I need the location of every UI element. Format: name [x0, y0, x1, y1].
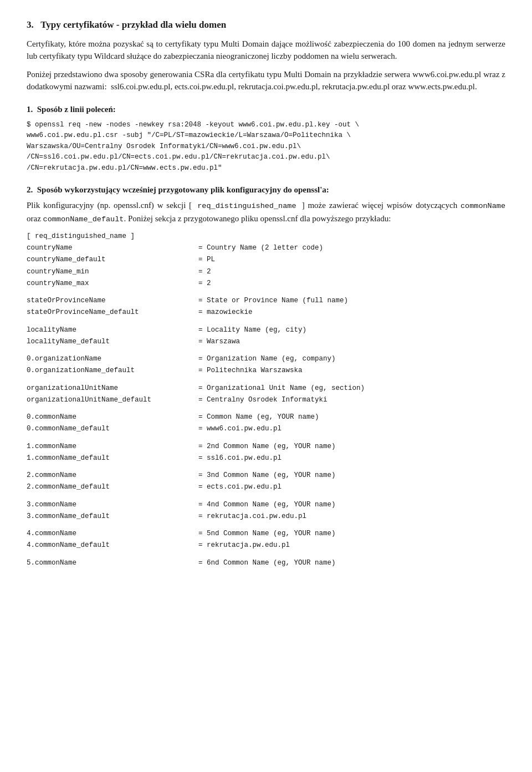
config-val-8: = Locality Name (eg, city) — [198, 324, 306, 336]
method2-intro-text3: oraz — [27, 214, 41, 223]
config-row-23: 2.commonName= 3nd Common Name (eg, YOUR … — [27, 470, 505, 481]
config-spacer-19 — [27, 435, 505, 441]
config-row-32: 5.commonName= 6nd Common Name (eg, YOUR … — [27, 557, 505, 569]
method1-heading: 1. Sposób z linii poleceń: — [27, 103, 505, 116]
config-val-1: = PL — [198, 254, 215, 266]
config-row-15: organizationalUnitName_default= Centraln… — [27, 394, 505, 406]
intro-para-2: Poniżej przedstawiono dwa sposoby genero… — [27, 68, 505, 93]
config-key-5: stateOrProvinceName — [27, 295, 198, 307]
config-row-30: 4.commonName_default= rekrutacja.pw.edu.… — [27, 540, 505, 551]
config-key-12: 0.organizationName_default — [27, 365, 198, 377]
config-key-2: countryName_min — [27, 266, 198, 278]
config-row-12: 0.organizationName_default= Politechnika… — [27, 365, 505, 377]
config-key-26: 3.commonName — [27, 499, 198, 511]
config-row-9: localityName_default= Warszawa — [27, 336, 505, 348]
config-val-6: = mazowieckie — [198, 307, 253, 318]
config-val-5: = State or Province Name (full name) — [198, 295, 348, 307]
config-val-24: = ects.coi.pw.edu.pl — [198, 481, 282, 493]
config-val-32: = 6nd Common Name (eg, YOUR name) — [198, 557, 336, 569]
config-val-12: = Politechnika Warszawska — [198, 365, 303, 377]
config-row-3: countryName_max= 2 — [27, 278, 505, 290]
config-row-20: 1.commonName= 2nd Common Name (eg, YOUR … — [27, 441, 505, 453]
config-row-24: 2.commonName_default= ects.coi.pw.edu.pl — [27, 481, 505, 493]
method2-heading-text: 2. Sposób wykorzystujący wcześniej przyg… — [27, 185, 329, 194]
method1-heading-text: 1. Sposób z linii poleceń: — [27, 105, 116, 114]
method2-intro-text1: Plik konfiguracyjny (np. openssl.cnf) w … — [27, 201, 192, 210]
section-title: Typy certyfikatów - przykład dla wielu d… — [40, 19, 226, 30]
method2-heading: 2. Sposób wykorzystujący wcześniej przyg… — [27, 184, 505, 196]
config-spacer-4 — [27, 290, 505, 295]
config-key-3: countryName_max — [27, 278, 198, 290]
method2-intro: Plik konfiguracyjny (np. openssl.cnf) w … — [27, 199, 505, 225]
config-spacer-28 — [27, 522, 505, 528]
config-val-15: = Centralny Osrodek Informatyki — [198, 394, 328, 406]
config-key-9: localityName_default — [27, 336, 198, 348]
intro-text-1: Certyfikaty, które można pozyskać są to … — [27, 39, 505, 61]
config-key-30: 4.commonName_default — [27, 540, 198, 551]
config-row-21: 1.commonName_default= ssl6.coi.pw.edu.pl — [27, 453, 505, 464]
config-val-3: = 2 — [198, 278, 211, 290]
method2-intro-code2: commonName — [461, 202, 505, 210]
config-key-1: countryName_default — [27, 254, 198, 266]
config-key-0: countryName — [27, 242, 198, 254]
config-row-2: countryName_min= 2 — [27, 266, 505, 278]
config-spacer-25 — [27, 494, 505, 499]
config-row-14: organizationalUnitName= Organizational U… — [27, 383, 505, 394]
config-row-17: 0.commonName= Common Name (eg, YOUR name… — [27, 412, 505, 423]
config-row-0: countryName= Country Name (2 letter code… — [27, 242, 505, 254]
config-key-20: 1.commonName — [27, 441, 198, 453]
config-row-26: 3.commonName= 4nd Common Name (eg, YOUR … — [27, 499, 505, 511]
config-val-23: = 3nd Common Name (eg, YOUR name) — [198, 470, 336, 481]
config-section-label: [ req_distinguished_name ] — [27, 231, 135, 242]
config-val-9: = Warszawa — [198, 336, 240, 348]
heading-spacer — [36, 19, 38, 30]
intro-para-1: Certyfikaty, które można pozyskać są to … — [27, 38, 505, 63]
config-spacer-22 — [27, 464, 505, 470]
section-heading: 3. Typy certyfikatów - przykład dla wiel… — [27, 18, 505, 32]
section-number: 3. — [27, 19, 34, 30]
config-val-11: = Organization Name (eg, company) — [198, 353, 336, 365]
config-key-6: stateOrProvinceName_default — [27, 307, 198, 318]
config-val-0: = Country Name (2 letter code) — [198, 242, 323, 254]
config-row-1: countryName_default= PL — [27, 254, 505, 266]
config-spacer-7 — [27, 319, 505, 324]
config-key-24: 2.commonName_default — [27, 481, 198, 493]
config-val-30: = rekrutacja.pw.edu.pl — [198, 540, 290, 551]
config-row-18: 0.commonName_default= www6.coi.pw.edu.pl — [27, 423, 505, 435]
config-val-14: = Organizational Unit Name (eg, section) — [198, 383, 365, 394]
config-key-14: organizationalUnitName — [27, 383, 198, 394]
config-val-17: = Common Name (eg, YOUR name) — [198, 412, 319, 423]
config-key-8: localityName — [27, 324, 198, 336]
config-row-11: 0.organizationName= Organization Name (e… — [27, 353, 505, 365]
config-val-26: = 4nd Common Name (eg, YOUR name) — [198, 499, 336, 511]
config-key-32: 5.commonName — [27, 557, 198, 569]
config-spacer-10 — [27, 348, 505, 353]
config-key-29: 4.commonName — [27, 528, 198, 540]
config-val-2: = 2 — [198, 266, 211, 278]
config-row-29: 4.commonName= 5nd Common Name (eg, YOUR … — [27, 528, 505, 540]
config-key-17: 0.commonName — [27, 412, 198, 423]
method2-section: 2. Sposób wykorzystujący wcześniej przyg… — [27, 184, 505, 569]
config-val-29: = 5nd Common Name (eg, YOUR name) — [198, 528, 336, 540]
config-spacer-16 — [27, 406, 505, 412]
method2-intro-text2: ] może zawierać więcej wpisów dotyczącyc… — [302, 201, 458, 210]
config-block: [ req_distinguished_name ] countryName= … — [27, 231, 505, 569]
config-spacer-13 — [27, 377, 505, 383]
method2-intro-code3: commonName_default — [43, 215, 124, 224]
method1-code: $ openssl req -new -nodes -newkey rsa:20… — [27, 120, 505, 174]
config-val-18: = www6.coi.pw.edu.pl — [198, 423, 282, 435]
method1-section: 1. Sposób z linii poleceń: $ openssl req… — [27, 103, 505, 174]
config-key-21: 1.commonName_default — [27, 453, 198, 464]
config-label-row: [ req_distinguished_name ] — [27, 231, 505, 242]
config-key-15: organizationalUnitName_default — [27, 394, 198, 406]
config-key-27: 3.commonName_default — [27, 511, 198, 522]
config-val-21: = ssl6.coi.pw.edu.pl — [198, 453, 282, 464]
config-row-8: localityName= Locality Name (eg, city) — [27, 324, 505, 336]
method2-intro-tail: . Poniżej sekcja z przygotowanego pliku … — [124, 214, 391, 223]
config-val-20: = 2nd Common Name (eg, YOUR name) — [198, 441, 336, 453]
config-key-18: 0.commonName_default — [27, 423, 198, 435]
intro-text-2: Poniżej przedstawiono dwa sposoby genero… — [27, 70, 505, 92]
config-row-5: stateOrProvinceName= State or Province N… — [27, 295, 505, 307]
config-spacer-31 — [27, 552, 505, 557]
method2-intro-code1: req_distinguished_name — [192, 202, 302, 210]
